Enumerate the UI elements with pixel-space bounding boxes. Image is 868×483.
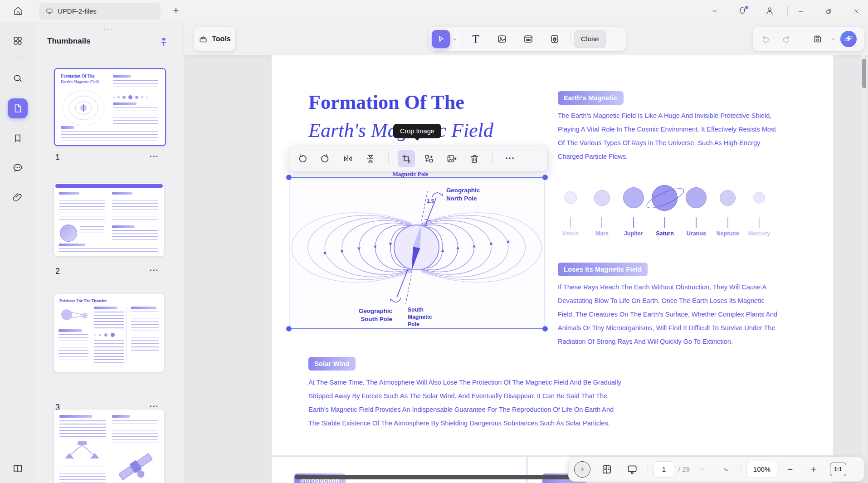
thumb2-badge-bar-2 — [112, 192, 132, 195]
redo-button[interactable] — [777, 30, 795, 48]
link-tool-button[interactable] — [519, 30, 537, 48]
thumb3-planet-dots — [94, 333, 115, 337]
page-number-input[interactable]: 1 — [653, 461, 674, 478]
rotate-left-button[interactable] — [294, 150, 311, 167]
more-options-button[interactable]: ··· — [502, 150, 519, 167]
next-page-button[interactable] — [717, 460, 735, 478]
select-tool-dropdown[interactable] — [450, 30, 459, 48]
text-tool-button[interactable]: T — [467, 30, 485, 48]
trash-icon — [469, 153, 480, 164]
document-tab[interactable]: UPDF-2-files — [39, 3, 161, 20]
planet-tick — [601, 217, 602, 228]
rail-bookmarks-button[interactable] — [8, 128, 28, 148]
panel-drag-handle[interactable]: ··· — [103, 25, 113, 33]
rail-comments-button[interactable] — [8, 158, 28, 178]
delete-image-button[interactable] — [466, 150, 483, 167]
toolbar-separator — [463, 34, 463, 44]
selection-handle-sw[interactable] — [286, 326, 292, 332]
undo-button[interactable] — [756, 30, 775, 48]
sign-tool-button[interactable] — [546, 30, 564, 48]
zoom-out-button[interactable]: − — [782, 460, 798, 478]
replace-image-button[interactable] — [420, 150, 438, 167]
thumbnail-page-1[interactable]: Formation Of The Earth's Magnetic Field — [54, 68, 166, 146]
thumb1-menu-button[interactable]: ··· — [150, 152, 159, 161]
more-icon: ··· — [506, 154, 515, 163]
bookmark-icon — [12, 133, 23, 144]
doc-title-line1: Formation Of The — [308, 93, 464, 112]
undo-icon — [761, 34, 770, 44]
thumbnail-page-4[interactable] — [54, 410, 164, 483]
diagram-label-south-mag-1: South — [408, 307, 424, 313]
page-count: / 29 — [678, 465, 690, 473]
selection-handle-nw[interactable] — [286, 175, 292, 180]
user-icon — [765, 6, 775, 16]
vertical-scrollbar-track[interactable] — [862, 55, 866, 483]
thumb1-field-diagram — [58, 87, 109, 129]
grid-icon — [12, 35, 23, 46]
plus-icon: + — [811, 464, 816, 475]
toolbar-separator-2 — [570, 34, 571, 44]
rail-home-grid-button[interactable] — [8, 31, 28, 51]
reading-mode-button[interactable] — [597, 459, 617, 479]
tools-button[interactable]: Tools — [194, 27, 235, 51]
cursor-icon — [436, 34, 446, 44]
rail-search-button[interactable] — [8, 68, 28, 88]
rail-attachments-button[interactable] — [8, 187, 28, 207]
notifications-button[interactable] — [735, 3, 750, 19]
rotate-right-button[interactable] — [317, 150, 334, 167]
minimize-button[interactable] — [790, 0, 811, 22]
expand-panel-button[interactable] — [574, 461, 590, 478]
save-options-dropdown[interactable] — [829, 30, 838, 48]
crop-image-tooltip: Crop Image — [393, 124, 441, 138]
image-tool-button[interactable] — [493, 30, 511, 48]
planet-saturn: Saturn — [651, 184, 679, 237]
planet-label: Neptune — [717, 230, 739, 237]
selected-image-magnetic-field[interactable]: Geographic North Pole 1.5 Geographic Sou… — [289, 177, 545, 329]
vertical-scrollbar-thumb[interactable] — [862, 59, 866, 88]
thumb3-badge-bar — [59, 329, 82, 332]
close-window-button[interactable] — [846, 0, 867, 22]
actual-size-button[interactable]: 1:1 — [830, 463, 846, 476]
planet-circle — [594, 190, 610, 206]
image-icon — [497, 34, 507, 44]
diagram-label-south-mag-2: Magnetic — [408, 314, 432, 320]
thumbnail-page-2[interactable] — [54, 183, 164, 256]
flip-vertical-icon — [365, 153, 376, 164]
flip-vertical-button[interactable] — [362, 150, 379, 167]
presentation-mode-button[interactable] — [622, 459, 642, 479]
select-tool-button[interactable] — [432, 30, 450, 48]
zoom-level-input[interactable]: 100% — [746, 461, 777, 478]
minus-icon: − — [787, 464, 793, 475]
thumb3-badge-bar-2 — [94, 307, 117, 309]
selection-handle-ne[interactable] — [542, 175, 548, 180]
thumbnail-page-3[interactable]: Evidence For The Theories — [54, 294, 164, 372]
search-icon — [12, 73, 23, 84]
ai-assistant-button[interactable] — [840, 31, 857, 47]
thumb4-badge-bar-2 — [112, 415, 130, 418]
comment-icon — [12, 162, 24, 174]
previous-page-button[interactable] — [693, 460, 712, 478]
pin-icon — [159, 37, 169, 47]
flip-horizontal-button[interactable] — [339, 150, 356, 167]
planet-circle — [564, 191, 577, 204]
new-tab-button[interactable]: + — [170, 4, 182, 17]
account-button[interactable] — [762, 3, 777, 19]
thumb2-menu-button[interactable]: ··· — [150, 266, 159, 275]
rail-reader-button[interactable] — [8, 459, 28, 478]
home-button[interactable] — [10, 4, 26, 18]
close-edit-mode-button[interactable]: Close — [574, 30, 606, 48]
planet-label: Mars — [595, 230, 609, 237]
zoom-in-button[interactable]: + — [805, 460, 822, 478]
maximize-button[interactable] — [818, 0, 839, 22]
save-button[interactable] — [809, 30, 827, 48]
rail-thumbnails-button[interactable] — [8, 98, 28, 118]
pin-panel-button[interactable] — [157, 35, 171, 49]
open-book-icon — [12, 463, 24, 474]
tabs-dropdown-button[interactable] — [707, 4, 722, 18]
crop-image-button[interactable] — [398, 150, 415, 167]
extract-image-button[interactable] — [443, 150, 460, 167]
selection-handle-se[interactable] — [542, 326, 548, 332]
page-icon — [12, 103, 23, 114]
paragraph-earths-magnetic: The Earth's Magnetic Field Is Like A Hug… — [558, 109, 776, 163]
current-page: 1 — [662, 465, 666, 473]
